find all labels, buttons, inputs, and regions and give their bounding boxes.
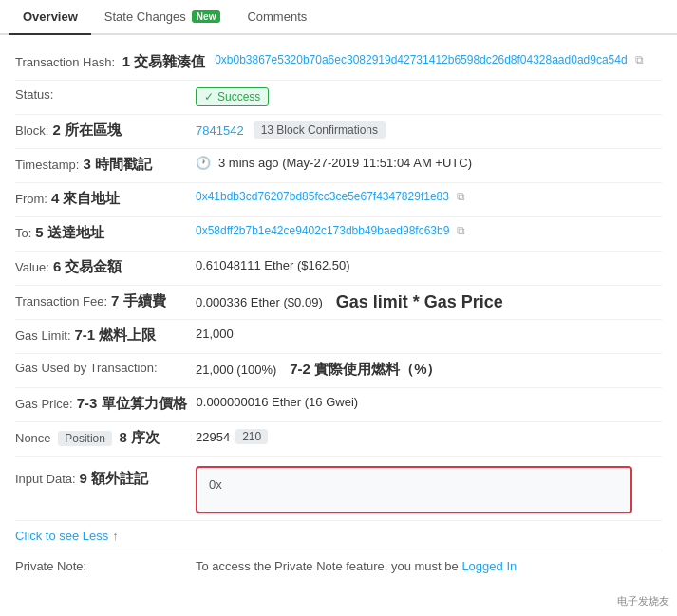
tab-bar: Overview State Changes New Comments [0, 0, 677, 35]
click-less-button[interactable]: Click to see Less ↑ [15, 521, 662, 551]
gas-price-label: Gas Price: 7-3 單位算力價格 [15, 395, 197, 413]
new-badge: New [192, 10, 221, 23]
block-label: Block: 2 所在區塊 [15, 121, 196, 140]
row-tx-fee: Transaction Fee: 7 手續費 0.000336 Ether ($… [15, 286, 662, 320]
row-block: Block: 2 所在區塊 7841542 13 Block Confirmat… [15, 115, 662, 149]
position-number: 210 [235, 429, 268, 444]
value-text: 0.61048111 Ether ($162.50) [196, 258, 350, 272]
tx-fee-label: Transaction Fee: 7 手續費 [15, 292, 196, 310]
row-timestamp: Timestamp: 3 時間戳記 🕐 3 mins ago (May-27-2… [15, 149, 662, 183]
row-gas-used: Gas Used by Transaction: 21,000 (100%) 7… [15, 354, 662, 388]
private-note-text: To access the Private Note feature, you … [196, 559, 459, 573]
from-copy-icon[interactable]: ⧉ [457, 190, 465, 203]
input-data-text: 0x [209, 477, 222, 492]
gas-price-value: 0.000000016 Ether (16 Gwei) [197, 395, 662, 409]
status-label: Status: [15, 87, 196, 102]
input-data-box: 0x [196, 466, 632, 513]
nonce-text: Nonce [15, 431, 51, 445]
tx-fee-annotation: 7 手續費 [111, 292, 166, 310]
private-note-label: Private Note: [15, 559, 196, 573]
click-less-label: Click to see Less [15, 529, 108, 543]
from-annotation: 4 來自地址 [51, 190, 121, 208]
gas-price-text: 0.000000016 Ether (16 Gwei) [197, 395, 359, 409]
row-gas-price: Gas Price: 7-3 單位算力價格 0.000000016 Ether … [15, 388, 662, 422]
timestamp-label: Timestamp: 3 時間戳記 [15, 156, 196, 174]
row-input-data: Input Data: 9 額外註記 0x [15, 457, 662, 521]
to-label: To: 5 送達地址 [15, 224, 196, 242]
tx-hash-copy-icon[interactable]: ⧉ [635, 53, 644, 66]
tx-hash-annotation: 1 交易雜湊值 [122, 53, 206, 69]
row-status: Status: Success [15, 81, 662, 115]
row-transaction-hash: Transaction Hash: 1 交易雜湊值 0xb0b3867e5320… [15, 47, 662, 81]
gas-used-label: Gas Used by Transaction: [15, 361, 196, 375]
input-data-value: 0x [196, 466, 662, 513]
tx-hash-value: 0xb0b3867e5320b70a6ec3082919d42731412b65… [215, 53, 662, 66]
row-private-note: Private Note: To access the Private Note… [15, 551, 662, 581]
status-value: Success [196, 87, 662, 106]
block-annotation: 2 所在區塊 [52, 121, 122, 140]
tab-overview[interactable]: Overview [9, 0, 91, 35]
gas-price-annotation: 7-3 單位算力價格 [77, 395, 187, 413]
tab-overview-label: Overview [23, 9, 78, 24]
tx-fee-text: 0.000336 Ether ($0.09) [196, 295, 323, 309]
private-note-value: To access the Private Note feature, you … [196, 559, 517, 573]
main-content: Transaction Hash: 1 交易雜湊值 0xb0b3867e5320… [0, 35, 677, 592]
row-nonce: Nonce Position 8 序次 22954 210 [15, 422, 662, 457]
block-number-link[interactable]: 7841542 [196, 123, 244, 138]
logged-in-link[interactable]: Logged In [461, 559, 517, 573]
nonce-annotation: 8 序次 [120, 429, 160, 445]
nonce-value: 22954 210 [196, 429, 662, 444]
gas-limit-annotation: 7-1 燃料上限 [75, 327, 157, 345]
from-address[interactable]: 0x41bdb3cd76207bd85fcc3ce5e67f4347829f1e… [196, 190, 449, 203]
gas-formula: Gas limit * Gas Price [336, 292, 503, 312]
gas-limit-label: Gas Limit: 7-1 燃料上限 [15, 327, 196, 345]
nonce-number: 22954 [196, 430, 230, 444]
value-amount: 0.61048111 Ether ($162.50) [196, 258, 662, 272]
arrow-up-icon: ↑ [112, 529, 119, 543]
gas-limit-value: 21,000 [196, 327, 662, 341]
tab-comments[interactable]: Comments [234, 0, 320, 33]
block-value: 7841542 13 Block Confirmations [196, 121, 662, 139]
tx-fee-value: 0.000336 Ether ($0.09) Gas limit * Gas P… [196, 292, 662, 312]
to-value: 0x58dff2b7b1e42ce9402c173dbb49baed98fc63… [196, 224, 662, 237]
gas-used-text: 21,000 (100%) [196, 363, 276, 377]
from-value: 0x41bdb3cd76207bd85fcc3ce5e67f4347829f1e… [196, 190, 662, 203]
block-confirmations: 13 Block Confirmations [254, 121, 386, 139]
tab-state-changes-label: State Changes [104, 9, 186, 24]
to-annotation: 5 送達地址 [35, 224, 104, 242]
timestamp-value: 🕐 3 mins ago (May-27-2019 11:51:04 AM +U… [196, 156, 662, 170]
clock-icon: 🕐 [196, 156, 211, 170]
row-value: Value: 6 交易金額 0.61048111 Ether ($162.50) [15, 252, 662, 286]
input-data-label: Input Data: 9 額外註記 [15, 466, 196, 488]
to-address[interactable]: 0x58dff2b7b1e42ce9402c173dbb49baed98fc63… [196, 224, 449, 237]
row-gas-limit: Gas Limit: 7-1 燃料上限 21,000 [15, 320, 662, 354]
timestamp-annotation: 3 時間戳記 [83, 156, 152, 174]
gas-used-value: 21,000 (100%) 7-2 實際使用燃料（%） [196, 361, 662, 379]
tx-hash-label: Transaction Hash: 1 交易雜湊值 [15, 53, 215, 71]
tab-comments-label: Comments [247, 9, 307, 24]
gas-limit-text: 21,000 [196, 327, 234, 341]
timestamp-text: 3 mins ago (May-27-2019 11:51:04 AM +UTC… [218, 156, 472, 170]
nonce-label: Nonce Position 8 序次 [15, 429, 196, 447]
to-copy-icon[interactable]: ⧉ [457, 224, 465, 237]
value-annotation: 6 交易金額 [53, 258, 122, 276]
tx-hash-text: 0xb0b3867e5320b70a6ec3082919d42731412b65… [215, 53, 627, 66]
position-badge: Position [58, 431, 112, 446]
from-label: From: 4 來自地址 [15, 190, 196, 208]
row-to: To: 5 送達地址 0x58dff2b7b1e42ce9402c173dbb4… [15, 217, 662, 252]
gas-used-annotation: 7-2 實際使用燃料（%） [290, 361, 441, 379]
value-label: Value: 6 交易金額 [15, 258, 196, 276]
row-from: From: 4 來自地址 0x41bdb3cd76207bd85fcc3ce5e… [15, 183, 662, 217]
input-data-annotation: 9 額外註記 [80, 470, 149, 488]
status-badge: Success [196, 87, 269, 106]
tab-state-changes[interactable]: State Changes New [91, 0, 235, 33]
